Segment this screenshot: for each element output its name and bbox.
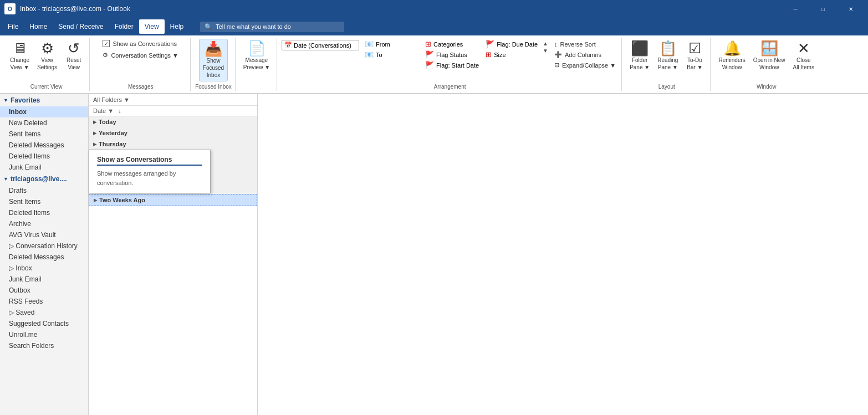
sort-direction-icon[interactable]: ↓ bbox=[118, 107, 121, 114]
show-focused-inbox-button[interactable]: 📥 ShowFocusedInbox bbox=[199, 39, 228, 81]
sidebar-item-drafts[interactable]: Drafts bbox=[0, 185, 88, 196]
show-as-conversations-button[interactable]: ✓ Show as Conversations bbox=[100, 39, 179, 48]
ribbon-group-focused-inbox: 📥 ShowFocusedInbox Focused Inbox bbox=[192, 38, 236, 91]
arr-flag-start-date[interactable]: 🚩 Flag: Start Date bbox=[422, 60, 482, 70]
add-columns-button[interactable]: ➕ Add Columns bbox=[552, 50, 618, 59]
todo-bar-label: To-DoBar ▼ bbox=[687, 57, 702, 71]
sidebar-item-avg-vault[interactable]: AVG Virus Vault bbox=[0, 229, 88, 240]
sidebar-item-unroll-me[interactable]: Unroll.me bbox=[0, 329, 88, 340]
message-preview-button[interactable]: 📄 MessagePreview ▼ bbox=[240, 39, 273, 73]
favorites-header[interactable]: ▼ Favorites bbox=[0, 94, 88, 106]
arr-flag-due-date-label: Flag: Due Date bbox=[497, 41, 538, 48]
arrangement-combo-label: Date (Conversations) bbox=[294, 42, 351, 49]
arr-from[interactable]: 📧 From bbox=[361, 39, 422, 49]
sidebar-item-search-folders[interactable]: Search Folders bbox=[0, 340, 88, 351]
reading-pane bbox=[258, 94, 868, 415]
arr-categories[interactable]: ⊞ Categories bbox=[422, 39, 482, 49]
favorites-label: Favorites bbox=[11, 96, 40, 104]
sidebar-item-suggested-contacts[interactable]: Suggested Contacts bbox=[0, 318, 88, 329]
current-view-buttons: 🖥 ChangeView ▼ ⚙ ViewSettings ↺ ResetVie… bbox=[7, 39, 86, 81]
window-title: Inbox - triciagoss@live.com - Outlook bbox=[20, 5, 783, 13]
email-list-area: All Folders ▼ Date ▼ ↓ ▶ Today ▶ Yesterd… bbox=[89, 94, 258, 415]
messages-buttons: ✓ Show as Conversations ⚙ Conversation S… bbox=[100, 39, 181, 81]
sort-by-date[interactable]: Date ▼ bbox=[93, 107, 114, 114]
flag-start-date-icon: 🚩 bbox=[425, 61, 434, 69]
close-all-items-label: CloseAll Items bbox=[793, 57, 814, 71]
sidebar-item-deleted-messages[interactable]: Deleted Messages bbox=[0, 140, 88, 151]
arr-scroll-up[interactable]: ▲ bbox=[542, 40, 549, 47]
open-new-window-button[interactable]: 🪟 Open in NewWindow bbox=[750, 39, 789, 73]
show-conversations-checkbox[interactable]: ✓ bbox=[103, 40, 110, 47]
menu-view[interactable]: View bbox=[139, 19, 165, 34]
conversation-settings-label: Conversation Settings ▼ bbox=[111, 52, 178, 59]
close-all-items-button[interactable]: ✕ CloseAll Items bbox=[790, 39, 818, 73]
sidebar-item-sent-items-fav[interactable]: Sent Items bbox=[0, 129, 88, 140]
account-header[interactable]: ▼ triciagoss@live.... bbox=[0, 173, 88, 185]
window-buttons: 🔔 RemindersWindow 🪟 Open in NewWindow ✕ … bbox=[715, 39, 818, 81]
flag-status-icon: 🚩 bbox=[425, 50, 434, 59]
todo-bar-button[interactable]: ☑ To-DoBar ▼ bbox=[682, 39, 707, 73]
focused-inbox-label: ShowFocusedInbox bbox=[203, 57, 224, 79]
sidebar-item-deleted-messages2[interactable]: Deleted Messages bbox=[0, 252, 88, 263]
date-group-two-weeks-ago[interactable]: ▶ Two Weeks Ago bbox=[89, 194, 257, 206]
menu-folder[interactable]: Folder bbox=[109, 19, 139, 34]
sidebar-item-junk-email-fav[interactable]: Junk Email bbox=[0, 162, 88, 173]
sidebar-item-deleted-items[interactable]: Deleted Items bbox=[0, 207, 88, 218]
arr-flag-due-date[interactable]: 🚩 Flag: Due Date bbox=[482, 39, 541, 49]
sidebar-item-sent-items[interactable]: Sent Items bbox=[0, 196, 88, 207]
focused-inbox-group-label: Focused Inbox bbox=[195, 83, 232, 90]
date-group-yesterday[interactable]: ▶ Yesterday bbox=[89, 127, 257, 139]
sidebar-item-new-deleted[interactable]: New Deleted bbox=[0, 117, 88, 129]
sidebar-item-rss-feeds[interactable]: RSS Feeds bbox=[0, 296, 88, 307]
reset-view-button[interactable]: ↺ ResetView bbox=[62, 39, 86, 73]
ribbon-content: 🖥 ChangeView ▼ ⚙ ViewSettings ↺ ResetVie… bbox=[0, 35, 868, 94]
maximize-button[interactable]: □ bbox=[810, 0, 836, 18]
menu-file[interactable]: File bbox=[2, 19, 24, 34]
reminders-window-button[interactable]: 🔔 RemindersWindow bbox=[715, 39, 748, 73]
expand-collapse-button[interactable]: ⊟ Expand/Collapse ▼ bbox=[552, 60, 618, 70]
reading-pane-button[interactable]: 📋 ReadingPane ▼ bbox=[654, 39, 681, 73]
email-list-header: All Folders ▼ bbox=[89, 94, 257, 106]
expand-collapse-label: Expand/Collapse ▼ bbox=[562, 62, 616, 69]
sidebar-item-junk-email[interactable]: Junk Email bbox=[0, 274, 88, 285]
reminders-icon: 🔔 bbox=[723, 41, 741, 55]
all-folders-label[interactable]: All Folders ▼ bbox=[93, 96, 130, 103]
sidebar-item-deleted-items-fav[interactable]: Deleted Items bbox=[0, 151, 88, 162]
date-group-thursday[interactable]: ▶ Thursday bbox=[89, 139, 257, 150]
two-weeks-expand-icon: ▶ bbox=[94, 198, 97, 203]
main-area: ▼ Favorites Inbox New Deleted Sent Items… bbox=[0, 94, 868, 415]
today-expand-icon: ▶ bbox=[93, 120, 96, 125]
ribbon-group-messages: ✓ Show as Conversations ⚙ Conversation S… bbox=[91, 38, 191, 91]
arr-size[interactable]: ⊞ Size bbox=[482, 49, 541, 60]
messages-group-label: Messages bbox=[128, 83, 154, 90]
sidebar-item-inbox2[interactable]: ▷ Inbox bbox=[0, 263, 88, 274]
ribbon-group-current-view: 🖥 ChangeView ▼ ⚙ ViewSettings ↺ ResetVie… bbox=[3, 38, 90, 91]
minimize-button[interactable]: ─ bbox=[783, 0, 808, 18]
change-view-button[interactable]: 🖥 ChangeView ▼ bbox=[7, 39, 33, 73]
thursday-expand-icon: ▶ bbox=[93, 142, 96, 147]
arr-to[interactable]: 📧 To bbox=[361, 49, 422, 60]
sidebar-item-outbox[interactable]: Outbox bbox=[0, 285, 88, 296]
reverse-sort-button[interactable]: ↕ Reverse Sort bbox=[552, 40, 618, 49]
sidebar-item-archive[interactable]: Archive bbox=[0, 218, 88, 229]
account-label: triciagoss@live.... bbox=[11, 175, 67, 183]
tell-me-search[interactable]: 🔍 Tell me what you want to do bbox=[200, 22, 344, 32]
view-settings-button[interactable]: ⚙ ViewSettings bbox=[34, 39, 60, 73]
date-group-today[interactable]: ▶ Today bbox=[89, 116, 257, 127]
sidebar-item-inbox[interactable]: Inbox bbox=[0, 106, 88, 117]
window-close-button[interactable]: ✕ bbox=[838, 0, 864, 18]
show-as-conversations-tooltip: Show as Conversations Show messages arra… bbox=[89, 150, 211, 193]
email-list-toolbar: Date ▼ ↓ bbox=[89, 106, 257, 116]
message-preview-label: MessagePreview ▼ bbox=[243, 57, 270, 71]
expand-collapse-icon: ⊟ bbox=[554, 62, 559, 69]
sidebar-item-saved[interactable]: ▷ Saved bbox=[0, 307, 88, 318]
arrangement-combo[interactable]: 📅 Date (Conversations) bbox=[282, 40, 359, 50]
arr-scroll-down[interactable]: ▼ bbox=[542, 47, 549, 54]
menu-help[interactable]: Help bbox=[165, 19, 190, 34]
arr-flag-status[interactable]: 🚩 Flag Status bbox=[422, 49, 482, 60]
conversation-settings-button[interactable]: ⚙ Conversation Settings ▼ bbox=[100, 50, 181, 60]
menu-home[interactable]: Home bbox=[24, 19, 53, 34]
menu-send-receive[interactable]: Send / Receive bbox=[53, 19, 109, 34]
folder-pane-button[interactable]: ⬛ FolderPane ▼ bbox=[626, 39, 653, 73]
sidebar-item-conversation-history[interactable]: ▷ Conversation History bbox=[0, 240, 88, 252]
